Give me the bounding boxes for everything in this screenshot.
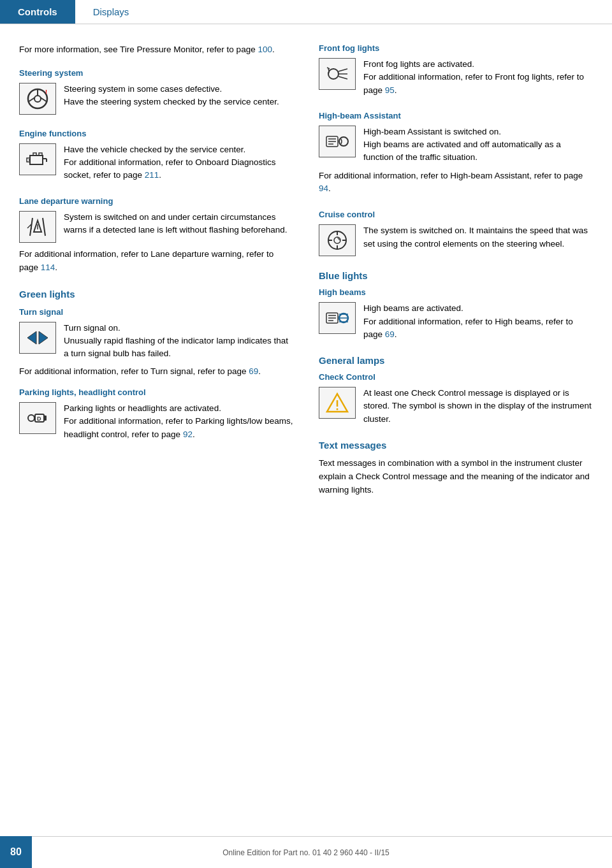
main-content: For more information, see Tire Pressure … xyxy=(0,24,612,549)
parking-lights-icon: D xyxy=(25,407,50,430)
blue-lights-title: Blue lights xyxy=(319,270,593,281)
svg-point-1 xyxy=(34,96,41,102)
svg-line-3 xyxy=(28,98,35,102)
parking-lights-text: Parking lights or headlights are activat… xyxy=(64,402,293,441)
check-control-text: At least one Check Control message is di… xyxy=(363,387,593,426)
turn-signal-title: Turn signal xyxy=(19,307,293,317)
highbeam-assistant-block: High-beam Assistant is switched on. High… xyxy=(319,126,593,164)
highbeam-assistant-text: High-beam Assistant is switched on. High… xyxy=(363,126,593,164)
cruise-control-icon-box xyxy=(319,224,356,256)
green-lights-title: Green lights xyxy=(19,289,293,300)
high-beams-icon xyxy=(324,307,350,329)
page-header: Controls Displays xyxy=(0,0,612,24)
lane-departure-icon-box xyxy=(19,211,56,243)
steering-wheel-icon: ! xyxy=(25,87,50,110)
highbeam-assistant-extra: For additional information, refer to Hig… xyxy=(319,170,593,196)
general-lamps-section: General lamps Check Control At least one… xyxy=(319,355,593,426)
cruise-control-block: The system is switched on. It maintains … xyxy=(319,224,593,256)
steering-system-block: ! Steering system in some cases defectiv… xyxy=(19,83,293,115)
intro-paragraph: For more information, see Tire Pressure … xyxy=(19,43,293,57)
lane-departure-icon xyxy=(25,215,50,238)
svg-rect-24 xyxy=(43,416,47,421)
steering-system-text: Steering system in some cases defective.… xyxy=(64,83,293,109)
highbeam-assistant-icon-box xyxy=(319,126,356,157)
text-messages-body: Text messages in combination with a symb… xyxy=(319,457,593,497)
left-column: For more information, see Tire Pressure … xyxy=(19,43,293,511)
svg-point-52 xyxy=(337,409,339,410)
high-beams-title: High beams xyxy=(319,287,593,297)
lane-departure-title: Lane departure warning xyxy=(19,196,293,206)
high-beams-text: High beams are activated. For additional… xyxy=(363,302,593,341)
text-messages-section: Text messages Text messages in combinati… xyxy=(319,440,593,497)
cruise-control-section: Cruise control The system is switched on… xyxy=(319,210,593,256)
svg-line-29 xyxy=(327,68,330,69)
general-lamps-title: General lamps xyxy=(319,355,593,366)
svg-point-21 xyxy=(28,415,34,421)
steering-icon-box: ! xyxy=(19,83,56,115)
svg-text:D: D xyxy=(37,416,41,422)
svg-rect-7 xyxy=(33,153,36,156)
parking-lights-title: Parking lights, headlight control xyxy=(19,387,293,397)
lane-departure-text: System is switched on and under certain … xyxy=(64,211,293,237)
svg-line-26 xyxy=(339,69,347,71)
cruise-control-title: Cruise control xyxy=(319,210,593,219)
highbeam-assistant-section: High-beam Assistant High-beam Assistant … xyxy=(319,111,593,196)
cruise-control-icon xyxy=(324,229,350,252)
blue-lights-section: Blue lights High beams H xyxy=(319,270,593,341)
page-footer: 80 Online Edition for Part no. 01 40 2 9… xyxy=(0,836,612,868)
steering-system-section: Steering system ! Steering system in som… xyxy=(19,68,293,115)
check-control-warning-icon xyxy=(324,391,350,414)
footer-copyright: Online Edition for Part no. 01 40 2 960 … xyxy=(19,848,593,857)
svg-rect-8 xyxy=(39,153,42,156)
turn-signal-icon-box xyxy=(19,322,56,354)
cruise-control-text: The system is switched on. It maintains … xyxy=(363,224,593,250)
parking-lights-block: D Parking lights or headlights are activ… xyxy=(19,402,293,441)
front-fog-text: Front fog lights are activated. For addi… xyxy=(363,58,593,97)
svg-marker-19 xyxy=(27,331,36,344)
highbeam-assistant-icon xyxy=(324,130,350,153)
front-fog-section: Front fog lights Front fog lights are ac… xyxy=(319,43,593,97)
lane-departure-block: System is switched on and under certain … xyxy=(19,211,293,243)
engine-icon-box xyxy=(19,143,56,175)
engine-functions-section: Engine functions Have the vehicle checke… xyxy=(19,129,293,182)
high-beams-icon-box xyxy=(319,302,356,334)
turn-signal-block: Turn signal on. Unusually rapid flashing… xyxy=(19,322,293,361)
svg-point-34 xyxy=(339,137,348,146)
highbeam-assistant-title: High-beam Assistant xyxy=(319,111,593,120)
front-fog-icon xyxy=(324,62,350,85)
front-fog-icon-box xyxy=(319,58,356,90)
front-fog-title: Front fog lights xyxy=(319,43,593,53)
check-control-icon-box xyxy=(319,387,356,419)
svg-rect-12 xyxy=(27,158,30,162)
engine-functions-text: Have the vehicle checked by the service … xyxy=(64,143,293,182)
front-fog-block: Front fog lights are activated. For addi… xyxy=(319,58,593,97)
steering-system-title: Steering system xyxy=(19,68,293,78)
green-lights-section: Green lights Turn signal Turn signal on.… xyxy=(19,289,293,441)
lane-departure-section: Lane departure warning System is switche… xyxy=(19,196,293,275)
svg-marker-20 xyxy=(39,331,48,344)
check-control-block: At least one Check Control message is di… xyxy=(319,387,593,426)
engine-icon xyxy=(25,148,50,171)
svg-rect-6 xyxy=(30,156,43,164)
turn-signal-icon xyxy=(25,326,50,349)
svg-line-4 xyxy=(40,98,47,102)
lane-departure-extra: For additional information, refer to Lan… xyxy=(19,248,293,275)
turn-signal-extra: For additional information, refer to Tur… xyxy=(19,365,293,379)
text-messages-title: Text messages xyxy=(319,440,593,451)
svg-line-28 xyxy=(339,76,347,79)
svg-line-14 xyxy=(43,218,45,236)
high-beams-block: High beams are activated. For additional… xyxy=(319,302,593,341)
tab-displays[interactable]: Displays xyxy=(75,0,147,24)
right-column: Front fog lights Front fog lights are ac… xyxy=(319,43,593,511)
engine-functions-block: Have the vehicle checked by the service … xyxy=(19,143,293,182)
turn-signal-text: Turn signal on. Unusually rapid flashing… xyxy=(64,322,293,361)
engine-functions-title: Engine functions xyxy=(19,129,293,138)
check-control-title: Check Control xyxy=(319,372,593,382)
svg-point-25 xyxy=(328,69,339,79)
page-number: 80 xyxy=(0,836,32,868)
tab-controls[interactable]: Controls xyxy=(0,0,75,24)
parking-lights-icon-box: D xyxy=(19,402,56,434)
svg-text:!: ! xyxy=(45,89,47,95)
